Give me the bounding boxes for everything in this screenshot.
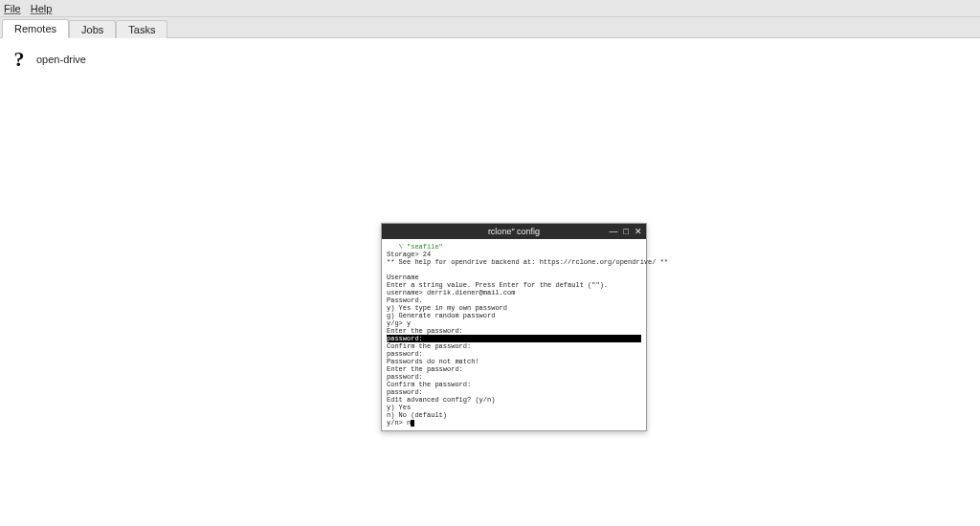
menubar: File Help <box>0 0 980 17</box>
terminal-titlebar[interactable]: rclone" config — □ ✕ <box>382 224 646 239</box>
terminal-line: Enter the password: <box>387 327 463 335</box>
terminal-line: Edit advanced config? (y/n) <box>387 396 495 404</box>
remote-item-open-drive[interactable]: ? open-drive <box>6 44 974 75</box>
terminal-line: password: <box>387 388 423 396</box>
remote-item-label: open-drive <box>36 54 86 65</box>
terminal-title: rclone" config <box>488 227 540 236</box>
terminal-line: n) No (default) <box>387 411 447 419</box>
terminal-line: Confirm the password: <box>387 381 471 388</box>
terminal-line: \ "seafile" <box>387 243 443 251</box>
terminal-cursor <box>411 420 414 427</box>
tab-jobs[interactable]: Jobs <box>69 20 116 38</box>
terminal-line: Enter a string value. Press Enter for th… <box>387 281 608 289</box>
terminal-line: Enter the password: <box>387 365 463 373</box>
terminal-prompt: y/n> n <box>387 419 411 427</box>
terminal-line: Confirm the password: <box>387 342 471 350</box>
maximize-icon[interactable]: □ <box>624 225 629 238</box>
terminal-line: password: <box>387 373 423 381</box>
tab-remotes[interactable]: Remotes <box>2 19 69 38</box>
tabbar: Remotes Jobs Tasks <box>0 17 980 38</box>
terminal-line-highlight: password: <box>387 335 641 342</box>
minimize-icon[interactable]: — <box>610 225 618 238</box>
tab-tasks[interactable]: Tasks <box>116 20 167 38</box>
terminal-line: username> derrik.diener@mail.com <box>387 289 515 296</box>
terminal-body[interactable]: \ "seafile" Storage> 24 ** See help for … <box>382 239 646 430</box>
terminal-line: Username <box>387 274 419 281</box>
menu-file[interactable]: File <box>4 3 21 14</box>
terminal-window-controls: — □ ✕ <box>610 225 642 238</box>
terminal-line: Passwords do not match! <box>387 358 479 365</box>
terminal-window[interactable]: rclone" config — □ ✕ \ "seafile" Storage… <box>381 223 647 431</box>
terminal-line: g) Generate random password <box>387 312 495 319</box>
terminal-line: password: <box>387 350 423 358</box>
question-mark-icon: ? <box>10 48 29 71</box>
menu-help[interactable]: Help <box>31 3 53 14</box>
terminal-line: Storage> 24 <box>387 251 431 258</box>
content-area: ? open-drive rclone" config — □ ✕ \ "sea… <box>0 38 980 526</box>
terminal-line: y/g> y <box>387 319 411 327</box>
close-icon[interactable]: ✕ <box>635 225 642 238</box>
terminal-line: y) Yes type in my own password <box>387 304 507 312</box>
terminal-line: Password. <box>387 296 423 304</box>
terminal-line: y) Yes <box>387 404 411 411</box>
terminal-line: ** See help for opendrive backend at: ht… <box>387 258 668 266</box>
